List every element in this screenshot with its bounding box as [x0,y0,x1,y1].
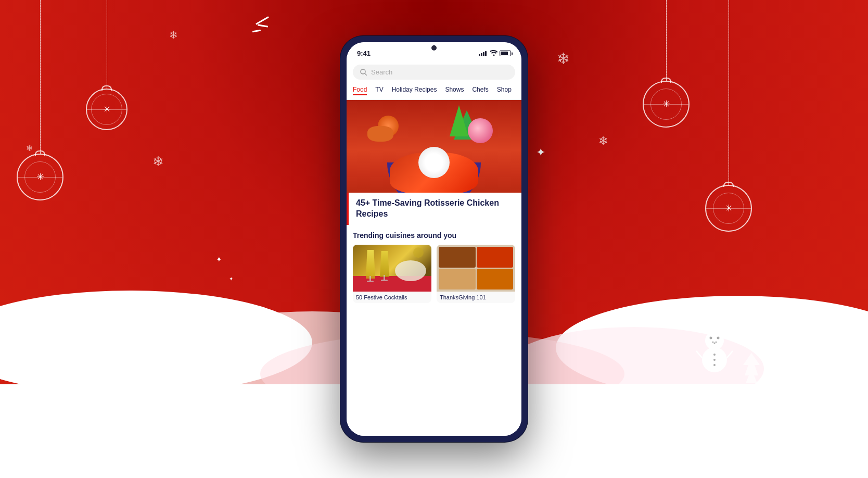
ornament-4: ✳ [705,0,752,232]
svg-point-22 [705,331,724,350]
tree-left-3 [82,352,102,385]
snowflake-3: ❄ [152,154,164,170]
svg-point-31 [713,364,716,366]
ornament-2: ✳ [17,0,63,200]
cocktails-label: 50 Festive Cocktails [353,292,431,303]
svg-line-11 [142,360,145,368]
app-content: Search Food TV Holiday Recipes Shows Che… [347,60,521,436]
tree-right-4 [824,353,842,383]
trending-grid: 50 Festive Cocktails [353,245,515,303]
ornament-3: ✳ [643,0,690,128]
svg-point-27 [716,342,717,343]
status-icons [479,50,511,57]
tab-tv[interactable]: TV [375,86,383,95]
search-bar-wrapper: Search [347,60,521,84]
svg-point-25 [712,342,714,343]
diamond-sparkle-2: ✦ [216,255,222,263]
svg-point-15 [136,350,142,356]
snowflake-4: ❄ [557,49,570,68]
phone-device: 9:41 [340,36,528,442]
svg-line-14 [159,360,161,367]
nav-tabs: Food TV Holiday Recipes Shows Chefs Shop [347,84,521,100]
svg-marker-19 [825,354,841,381]
tree-right-2 [765,350,787,387]
svg-line-13 [155,361,156,368]
svg-point-34 [361,69,365,74]
signal-icon [479,51,487,56]
svg-point-5 [168,347,174,351]
tree-right-3 [742,351,761,385]
trending-section-title: Trending cuisines around you [353,231,515,240]
tab-chefs[interactable]: Chefs [472,86,488,95]
thanksgiving-label: ThanksGiving 101 [437,292,515,303]
tree-left-2 [57,354,78,389]
cocktails-image [353,245,431,292]
svg-point-23 [710,337,712,339]
thanksgiving-image [437,245,515,292]
card-cocktails[interactable]: 50 Festive Cocktails [353,245,431,303]
svg-line-9 [160,332,162,336]
svg-marker-2 [84,354,100,383]
reindeer [125,331,177,374]
search-bar[interactable]: Search [353,65,515,80]
tab-holiday-recipes[interactable]: Holiday Recipes [392,86,437,95]
ornament-1: ✳ [86,0,127,130]
svg-point-26 [714,343,716,344]
phone-screen: 9:41 [347,42,521,436]
svg-marker-0 [31,346,52,384]
svg-marker-16 [790,342,813,383]
tree-left-1 [29,343,55,387]
tab-shop[interactable]: Shop [497,86,512,95]
svg-line-35 [365,73,367,76]
wifi-icon [490,50,497,57]
svg-line-32 [696,351,702,358]
svg-point-29 [713,354,716,356]
hero-section[interactable]: 45+ Time-Saving Rotisserie Chicken Recip… [347,100,521,225]
svg-rect-20 [708,323,721,331]
hero-title: 45+ Time-Saving Rotisserie Chicken Recip… [356,198,514,220]
snowflake-5: ❄ [598,134,608,148]
hero-text-overlay: 45+ Time-Saving Rotisserie Chicken Recip… [347,193,521,225]
svg-marker-18 [743,353,760,383]
svg-marker-17 [768,352,785,384]
svg-line-12 [147,361,148,368]
phone-notch [408,42,460,44]
svg-line-10 [162,331,165,332]
svg-point-30 [713,359,716,361]
phone-outer: 9:41 [340,36,528,442]
search-icon [360,69,367,76]
svg-point-24 [717,337,720,339]
battery-icon [500,51,511,56]
snowman [696,322,733,387]
svg-line-33 [727,351,733,358]
tree-right-1 [787,340,816,386]
diamond-sparkle-3: ✦ [229,276,233,282]
trending-section: Trending cuisines around you [347,225,521,436]
snowflake-1: ❄ [169,29,178,41]
phone-camera [431,45,437,51]
svg-line-8 [157,333,160,336]
card-thanksgiving[interactable]: ThanksGiving 101 [437,245,515,303]
svg-marker-1 [59,356,76,386]
tab-food[interactable]: Food [353,86,367,95]
diamond-sparkle-1: ✦ [536,146,545,159]
tab-shows[interactable]: Shows [445,86,464,95]
search-placeholder: Search [371,68,392,76]
status-time: 9:41 [357,49,371,57]
